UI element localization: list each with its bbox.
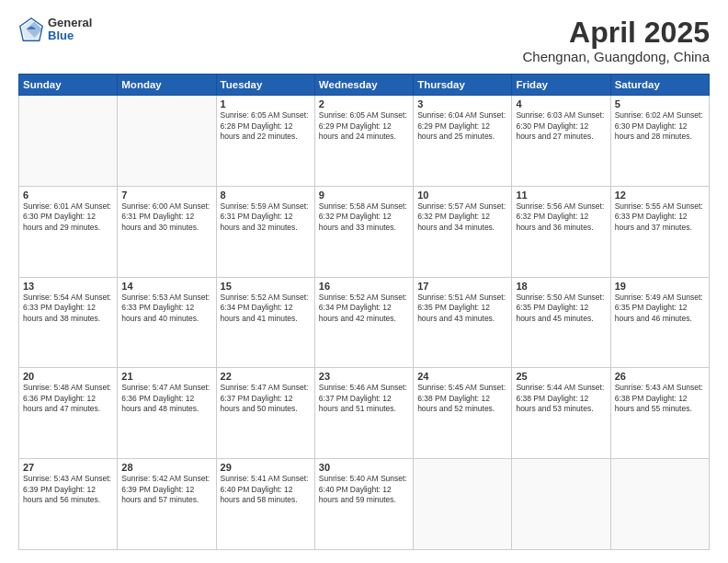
calendar-cell: 23Sunrise: 5:46 AM Sunset: 6:37 PM Dayli… [314, 368, 413, 459]
day-number: 27 [23, 462, 113, 473]
calendar-cell: 14Sunrise: 5:53 AM Sunset: 6:33 PM Dayli… [118, 277, 216, 368]
calendar-cell: 28Sunrise: 5:42 AM Sunset: 6:39 PM Dayli… [118, 459, 216, 550]
col-header-friday: Friday [512, 75, 610, 96]
page: General Blue April 2025 Chengnan, Guangd… [0, 0, 728, 563]
calendar-cell: 5Sunrise: 6:02 AM Sunset: 6:30 PM Daylig… [610, 96, 709, 187]
day-info: Sunrise: 5:43 AM Sunset: 6:38 PM Dayligh… [615, 383, 705, 414]
day-info: Sunrise: 6:02 AM Sunset: 6:30 PM Dayligh… [615, 110, 705, 142]
title-area: April 2025 Chengnan, Guangdong, China [523, 17, 711, 64]
calendar-cell: 29Sunrise: 5:41 AM Sunset: 6:40 PM Dayli… [216, 459, 314, 550]
day-number: 4 [516, 98, 606, 109]
day-number: 14 [121, 281, 211, 292]
day-info: Sunrise: 5:47 AM Sunset: 6:37 PM Dayligh… [221, 383, 311, 414]
logo-blue-text: Blue [48, 29, 92, 42]
calendar-cell: 19Sunrise: 5:49 AM Sunset: 6:35 PM Dayli… [610, 277, 709, 368]
calendar-cell [512, 459, 610, 550]
calendar-cell: 20Sunrise: 5:48 AM Sunset: 6:36 PM Dayli… [19, 368, 118, 459]
day-info: Sunrise: 5:48 AM Sunset: 6:36 PM Dayligh… [23, 383, 113, 414]
day-number: 19 [615, 281, 705, 292]
calendar-cell: 25Sunrise: 5:44 AM Sunset: 6:38 PM Dayli… [512, 368, 610, 459]
day-number: 7 [121, 190, 211, 201]
calendar-cell: 15Sunrise: 5:52 AM Sunset: 6:34 PM Dayli… [216, 277, 314, 368]
day-number: 15 [221, 281, 311, 292]
calendar-cell: 27Sunrise: 5:43 AM Sunset: 6:39 PM Dayli… [19, 459, 118, 550]
calendar-cell: 6Sunrise: 6:01 AM Sunset: 6:30 PM Daylig… [19, 186, 118, 277]
day-number: 21 [121, 371, 211, 382]
calendar-cell: 1Sunrise: 6:05 AM Sunset: 6:28 PM Daylig… [216, 96, 314, 187]
day-info: Sunrise: 5:46 AM Sunset: 6:37 PM Dayligh… [319, 383, 409, 414]
calendar-cell: 17Sunrise: 5:51 AM Sunset: 6:35 PM Dayli… [414, 277, 512, 368]
day-info: Sunrise: 6:04 AM Sunset: 6:29 PM Dayligh… [417, 110, 507, 142]
day-number: 30 [319, 462, 409, 473]
day-info: Sunrise: 5:40 AM Sunset: 6:40 PM Dayligh… [319, 474, 409, 505]
day-info: Sunrise: 5:47 AM Sunset: 6:36 PM Dayligh… [121, 383, 211, 414]
day-number: 11 [516, 190, 606, 201]
day-number: 2 [319, 98, 409, 109]
day-info: Sunrise: 5:52 AM Sunset: 6:34 PM Dayligh… [319, 293, 409, 324]
day-info: Sunrise: 5:51 AM Sunset: 6:35 PM Dayligh… [417, 293, 507, 324]
calendar-cell: 7Sunrise: 6:00 AM Sunset: 6:31 PM Daylig… [118, 186, 216, 277]
day-info: Sunrise: 6:01 AM Sunset: 6:30 PM Dayligh… [23, 201, 113, 233]
day-info: Sunrise: 5:52 AM Sunset: 6:34 PM Dayligh… [221, 293, 311, 324]
day-info: Sunrise: 5:41 AM Sunset: 6:40 PM Dayligh… [221, 474, 311, 505]
day-info: Sunrise: 5:57 AM Sunset: 6:32 PM Dayligh… [417, 201, 507, 233]
calendar-cell [118, 96, 216, 187]
day-info: Sunrise: 6:05 AM Sunset: 6:29 PM Dayligh… [319, 110, 409, 142]
calendar-cell: 30Sunrise: 5:40 AM Sunset: 6:40 PM Dayli… [314, 459, 413, 550]
day-number: 9 [319, 190, 409, 201]
day-number: 3 [417, 98, 507, 109]
col-header-saturday: Saturday [610, 75, 709, 96]
calendar-cell [610, 459, 709, 550]
calendar-cell: 9Sunrise: 5:58 AM Sunset: 6:32 PM Daylig… [314, 186, 413, 277]
calendar-cell: 12Sunrise: 5:55 AM Sunset: 6:33 PM Dayli… [610, 186, 709, 277]
day-info: Sunrise: 6:03 AM Sunset: 6:30 PM Dayligh… [516, 110, 606, 142]
location-title: Chengnan, Guangdong, China [523, 49, 711, 64]
calendar-cell: 24Sunrise: 5:45 AM Sunset: 6:38 PM Dayli… [414, 368, 512, 459]
day-number: 25 [516, 371, 606, 382]
day-info: Sunrise: 5:49 AM Sunset: 6:35 PM Dayligh… [615, 293, 705, 324]
calendar-week-row: 6Sunrise: 6:01 AM Sunset: 6:30 PM Daylig… [19, 186, 710, 277]
day-info: Sunrise: 6:05 AM Sunset: 6:28 PM Dayligh… [221, 110, 311, 142]
calendar-cell: 3Sunrise: 6:04 AM Sunset: 6:29 PM Daylig… [414, 96, 512, 187]
calendar-week-row: 1Sunrise: 6:05 AM Sunset: 6:28 PM Daylig… [19, 96, 710, 187]
day-info: Sunrise: 5:45 AM Sunset: 6:38 PM Dayligh… [417, 383, 507, 414]
day-info: Sunrise: 5:54 AM Sunset: 6:33 PM Dayligh… [23, 293, 113, 324]
logo-general-text: General [48, 17, 92, 29]
day-number: 26 [615, 371, 705, 382]
day-number: 23 [319, 371, 409, 382]
col-header-wednesday: Wednesday [314, 75, 413, 96]
month-title: April 2025 [523, 17, 711, 49]
day-number: 22 [221, 371, 311, 382]
day-number: 6 [23, 190, 113, 201]
day-info: Sunrise: 5:56 AM Sunset: 6:32 PM Dayligh… [516, 201, 606, 233]
col-header-monday: Monday [118, 75, 216, 96]
calendar-cell: 16Sunrise: 5:52 AM Sunset: 6:34 PM Dayli… [314, 277, 413, 368]
day-number: 17 [417, 281, 507, 292]
day-number: 18 [516, 281, 606, 292]
day-info: Sunrise: 5:43 AM Sunset: 6:39 PM Dayligh… [23, 474, 113, 505]
calendar-cell [19, 96, 118, 187]
day-number: 29 [221, 462, 311, 473]
logo: General Blue [18, 17, 92, 43]
calendar-header-row: SundayMondayTuesdayWednesdayThursdayFrid… [19, 75, 710, 96]
calendar-cell: 8Sunrise: 5:59 AM Sunset: 6:31 PM Daylig… [216, 186, 314, 277]
day-info: Sunrise: 5:55 AM Sunset: 6:33 PM Dayligh… [615, 201, 705, 233]
day-info: Sunrise: 5:53 AM Sunset: 6:33 PM Dayligh… [121, 293, 211, 324]
col-header-tuesday: Tuesday [216, 75, 314, 96]
calendar-cell: 26Sunrise: 5:43 AM Sunset: 6:38 PM Dayli… [610, 368, 709, 459]
calendar-cell: 10Sunrise: 5:57 AM Sunset: 6:32 PM Dayli… [414, 186, 512, 277]
day-info: Sunrise: 5:42 AM Sunset: 6:39 PM Dayligh… [121, 474, 211, 505]
logo-icon [18, 17, 44, 42]
logo-text: General Blue [48, 17, 92, 43]
calendar-cell: 11Sunrise: 5:56 AM Sunset: 6:32 PM Dayli… [512, 186, 610, 277]
calendar-cell: 21Sunrise: 5:47 AM Sunset: 6:36 PM Dayli… [118, 368, 216, 459]
calendar-cell: 2Sunrise: 6:05 AM Sunset: 6:29 PM Daylig… [314, 96, 413, 187]
calendar-cell: 18Sunrise: 5:50 AM Sunset: 6:35 PM Dayli… [512, 277, 610, 368]
col-header-sunday: Sunday [19, 75, 118, 96]
day-info: Sunrise: 5:50 AM Sunset: 6:35 PM Dayligh… [516, 293, 606, 324]
day-number: 24 [417, 371, 507, 382]
day-number: 20 [23, 371, 113, 382]
calendar-cell [414, 459, 512, 550]
day-number: 12 [615, 190, 705, 201]
day-number: 28 [121, 462, 211, 473]
